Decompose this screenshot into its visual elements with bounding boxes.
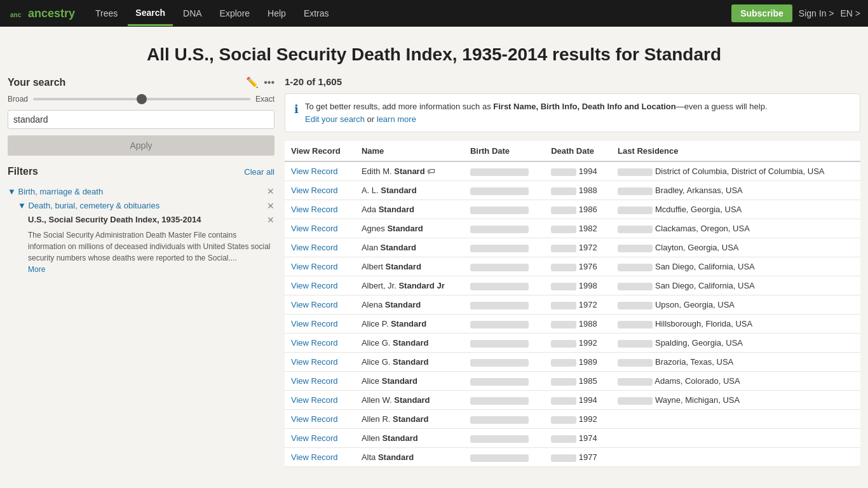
filter-ssdi-remove[interactable]: ✕ — [267, 215, 275, 225]
death-date-blurred: ████ — [551, 226, 576, 233]
search-input-row — [8, 110, 275, 129]
search-input[interactable] — [8, 110, 275, 129]
language-selector[interactable]: EN > — [840, 8, 860, 18]
residence-text: Brazoria, Texas, USA — [653, 357, 733, 367]
residence-text: Adams, Colorado, USA — [653, 376, 740, 386]
residence-blurred: ██████ — [618, 302, 653, 309]
death-year: 1989 — [576, 357, 597, 367]
death-date-blurred: ████ — [551, 454, 576, 462]
view-record-link[interactable]: View Record — [291, 300, 337, 309]
death-date-blurred: ████ — [551, 187, 576, 195]
residence-text: Spalding, Georgia, USA — [653, 338, 743, 348]
nav-dna[interactable]: DNA — [175, 2, 210, 25]
nav-help[interactable]: Help — [260, 2, 294, 25]
nav-extras[interactable]: Extras — [296, 2, 337, 25]
name-last: Standard — [393, 414, 428, 424]
sign-in-link[interactable]: Sign In > — [799, 8, 834, 18]
edit-search-icon[interactable]: ✏️ — [246, 76, 259, 88]
name-last: Standard — [386, 262, 421, 271]
death-year: 1988 — [576, 319, 597, 329]
clear-all-link[interactable]: Clear all — [244, 167, 275, 177]
view-record-link[interactable]: View Record — [291, 357, 337, 367]
view-record-link[interactable]: View Record — [291, 262, 337, 271]
table-row: View RecordAlta Standard██████████████ 1… — [285, 448, 860, 467]
view-record-link[interactable]: View Record — [291, 433, 337, 443]
name-first: Alice G. — [362, 357, 393, 367]
name-last: Standard — [378, 452, 414, 462]
residence-text: San Diego, California, USA — [653, 262, 754, 271]
death-year: 1972 — [576, 243, 597, 252]
birth-date-blurred: ██████████ — [470, 168, 529, 176]
edit-search-link[interactable]: Edit your search — [305, 114, 365, 124]
birth-date-blurred: ██████████ — [470, 454, 529, 462]
birth-date-blurred: ██████████ — [470, 321, 529, 329]
table-row: View RecordAllen R. Standard████████████… — [285, 410, 860, 429]
more-link[interactable]: More — [28, 265, 45, 274]
name-last: Standard — [393, 338, 428, 348]
subscribe-button[interactable]: Subscribe — [731, 4, 792, 22]
death-date-blurred: ████ — [551, 435, 576, 443]
view-record-link[interactable]: View Record — [291, 338, 337, 348]
learn-more-link[interactable]: learn more — [377, 114, 416, 124]
view-record-link[interactable]: View Record — [291, 243, 337, 252]
view-record-link[interactable]: View Record — [291, 186, 337, 195]
nav-trees[interactable]: Trees — [88, 2, 125, 25]
col-view-record: View Record — [285, 141, 355, 161]
name-first: Albert — [362, 262, 386, 271]
apply-button[interactable]: Apply — [8, 135, 275, 156]
view-record-link[interactable]: View Record — [291, 452, 337, 462]
table-row: View RecordAgnes Standard██████████████ … — [285, 219, 860, 238]
name-first: A. L. — [362, 186, 381, 195]
name-first: Alice — [362, 376, 382, 386]
filters-header: Filters Clear all — [8, 166, 275, 177]
residence-text: San Diego, California, USA — [653, 281, 754, 290]
view-record-link[interactable]: View Record — [291, 224, 337, 233]
death-date-blurred: ████ — [551, 378, 576, 386]
birth-date-blurred: ██████████ — [470, 416, 529, 424]
view-record-link[interactable]: View Record — [291, 414, 337, 424]
name-first: Alan — [362, 243, 381, 252]
name-first: Alta — [362, 452, 378, 462]
name-first: Alice P. — [362, 319, 391, 329]
table-row: View RecordAlice P. Standard████████████… — [285, 315, 860, 334]
death-year: 1976 — [576, 262, 597, 271]
death-date-blurred: ████ — [551, 340, 576, 348]
death-date-blurred: ████ — [551, 397, 576, 405]
table-row: View RecordAlan Standard██████████████ 1… — [285, 238, 860, 257]
info-banner: ℹ To get better results, add more inform… — [285, 93, 860, 132]
view-record-link[interactable]: View Record — [291, 205, 337, 214]
logo[interactable]: anc ancestry — [8, 4, 75, 22]
name-first: Agnes — [362, 224, 387, 233]
top-navigation: anc ancestry Trees Search DNA Explore He… — [0, 0, 868, 27]
filter-death-burial-label[interactable]: ▼ Death, burial, cemetery & obituaries — [18, 201, 159, 210]
name-last: Standard — [385, 300, 421, 309]
death-year: 1992 — [576, 414, 597, 424]
view-record-link[interactable]: View Record — [291, 319, 337, 329]
more-options-icon[interactable]: ••• — [264, 76, 275, 88]
birth-date-blurred: ██████████ — [470, 283, 529, 290]
view-record-link[interactable]: View Record — [291, 281, 337, 290]
view-record-link[interactable]: View Record — [291, 166, 337, 176]
birth-date-blurred: ██████████ — [470, 359, 529, 367]
residence-blurred: ██████ — [618, 207, 653, 214]
view-record-link[interactable]: View Record — [291, 395, 337, 405]
birth-date-blurred: ██████████ — [470, 378, 529, 386]
name-last: Standard Jr — [398, 281, 444, 290]
search-mode-slider[interactable] — [33, 98, 250, 100]
nav-links: Trees Search DNA Explore Help Extras — [88, 1, 731, 26]
birth-date-blurred: ██████████ — [470, 264, 529, 271]
table-row: View RecordAda Standard██████████████ 19… — [285, 200, 860, 219]
nav-search[interactable]: Search — [128, 1, 173, 26]
filter-ssdi-label: U.S., Social Security Death Index, 1935-… — [28, 215, 201, 224]
filter-birth-marriage-death-remove[interactable]: ✕ — [267, 186, 275, 196]
filter-birth-marriage-death-label[interactable]: ▼ Birth, marriage & death — [8, 186, 103, 196]
birth-date-blurred: ██████████ — [470, 207, 529, 214]
nav-explore[interactable]: Explore — [212, 2, 257, 25]
view-record-link[interactable]: View Record — [291, 376, 337, 386]
death-year: 1994 — [576, 166, 597, 176]
residence-blurred: ██████ — [618, 321, 653, 329]
name-last: Standard — [382, 376, 417, 386]
death-year: 1992 — [576, 338, 597, 348]
filter-death-burial-remove[interactable]: ✕ — [267, 201, 275, 211]
death-date-blurred: ████ — [551, 168, 576, 176]
